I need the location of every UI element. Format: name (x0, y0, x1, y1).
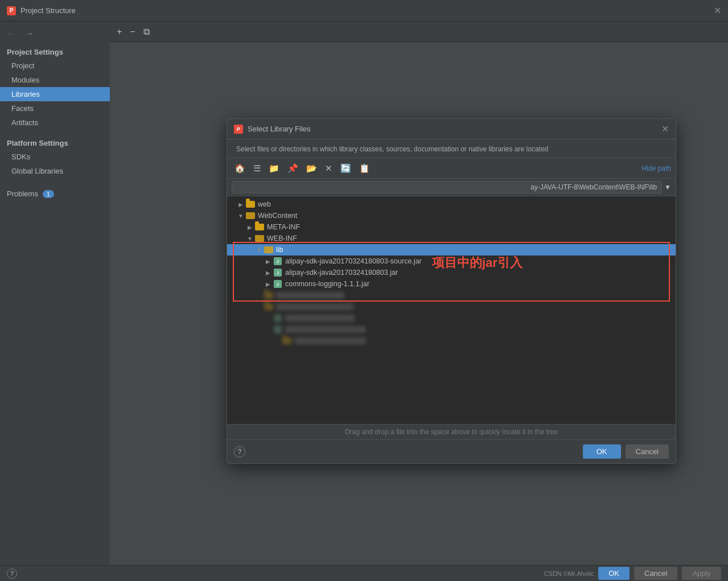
apply-button[interactable]: Apply (682, 567, 721, 580)
tree-item-web[interactable]: ▶ web (227, 199, 676, 210)
problems-badge: 1 (43, 190, 54, 198)
dialog-subtitle: Select files or directories in which lib… (227, 139, 676, 158)
expand-icon-commons[interactable]: ▶ (264, 281, 273, 287)
app-icon: P (7, 6, 16, 15)
sidebar-problems[interactable]: Problems 1 (0, 185, 110, 203)
folder-icon-web-inf (254, 234, 265, 242)
expand-icon-alipay-source[interactable]: ▶ (264, 258, 273, 265)
nav-bar: ← → (0, 24, 110, 43)
path-input[interactable] (232, 181, 662, 193)
file-tree: ▶ web ▼ WebContent (227, 196, 676, 424)
expand-icon-web[interactable]: ▶ (236, 201, 245, 208)
tree-item-lib[interactable]: ▼ lib (227, 244, 676, 256)
sidebar-item-project[interactable]: Project (0, 59, 110, 73)
dialog-footer: ? OK Cancel (227, 439, 676, 463)
expand-icon-meta-inf[interactable]: ▶ (245, 224, 254, 230)
main-content: + − ⧉ P Select Library Files ✕ Select fi… (110, 22, 728, 581)
copy-button[interactable]: ⧉ (141, 26, 152, 38)
tree-item-web-inf[interactable]: ▼ WEB-INF (227, 233, 676, 244)
dialog-icon: P (234, 125, 243, 134)
window-title: Project Structure (20, 6, 714, 15)
blurred-content: blurred folder name here another blurred… (227, 290, 676, 347)
tree-item-webcontent[interactable]: ▼ WebContent (227, 210, 676, 221)
folder-icon-webcontent (245, 212, 256, 220)
sidebar-item-modules[interactable]: Modules (0, 73, 110, 87)
add-button[interactable]: + (114, 26, 124, 38)
jar-icon-alipay-source: J (273, 257, 283, 265)
dialog-close-button[interactable]: ✕ (661, 123, 669, 134)
expand-icon-webcontent[interactable]: ▼ (236, 213, 245, 219)
tree-item-alipay-main[interactable]: ▶ J alipay-sdk-java20170324180803.jar (227, 267, 676, 278)
status-bar-left: ? (7, 568, 17, 579)
ok-button[interactable]: OK (598, 567, 630, 580)
openfolder-icon[interactable]: 📂 (303, 162, 320, 175)
pin-icon[interactable]: 📌 (285, 162, 301, 175)
jar-icon-commons: J (273, 280, 283, 288)
csdn-attribution: CSDN ©Mr.Aholic (544, 570, 594, 577)
back-arrow[interactable]: ← (5, 27, 18, 40)
window-close-button[interactable]: ✕ (714, 6, 721, 15)
sidebar-item-libraries[interactable]: Libraries (0, 87, 110, 101)
select-library-dialog: P Select Library Files ✕ Select files or… (227, 118, 676, 464)
home-icon[interactable]: 🏠 (232, 162, 248, 175)
dialog-help-button[interactable]: ? (234, 446, 245, 458)
folder-icon-meta-inf (254, 223, 265, 231)
dialog-title-bar: P Select Library Files ✕ (227, 119, 676, 139)
main-window: P Project Structure ✕ ← → Project Settin… (0, 0, 728, 581)
sidebar: ← → Project Settings Project Modules Lib… (0, 22, 110, 581)
path-bar: ▼ (227, 179, 676, 196)
dialog-toolbar: 🏠 ☰ 📁 📌 📂 ✕ 🔄 📋 Hide path (227, 158, 676, 179)
sidebar-item-global-libraries[interactable]: Global Libraries (0, 164, 110, 178)
body-area: ← → Project Settings Project Modules Lib… (0, 22, 728, 581)
remove-button[interactable]: − (127, 26, 137, 38)
folder-icon-web (245, 200, 256, 208)
dialog-ok-button[interactable]: OK (583, 444, 621, 459)
newfolder-icon[interactable]: 📁 (266, 162, 282, 175)
list-icon[interactable]: ☰ (250, 162, 264, 175)
forward-arrow[interactable]: → (23, 27, 36, 40)
expand-icon-web-inf[interactable]: ▼ (245, 236, 254, 242)
expand-icon-lib[interactable]: ▼ (254, 247, 264, 253)
hide-path-button[interactable]: Hide path (642, 164, 671, 172)
tree-item-alipay-source[interactable]: ▶ J alipay-sdk-java20170324180803-source… (227, 256, 676, 267)
refresh-icon[interactable]: 🔄 (338, 162, 354, 175)
tree-item-commons-logging[interactable]: ▶ J commons-logging-1.1.1.jar (227, 278, 676, 290)
sidebar-item-facets[interactable]: Facets (0, 101, 110, 116)
link-icon[interactable]: 📋 (356, 162, 373, 175)
sidebar-item-artifacts[interactable]: Artifacts (0, 116, 110, 130)
help-button[interactable]: ? (7, 568, 17, 579)
expand-icon-alipay-main[interactable]: ▶ (264, 270, 273, 276)
title-bar: P Project Structure ✕ (0, 0, 728, 22)
dialog-title: Select Library Files (248, 125, 661, 133)
project-settings-section: Project Settings (0, 43, 110, 59)
cancel-button[interactable]: Cancel (634, 567, 677, 580)
platform-settings-section: Platform Settings (0, 134, 110, 150)
sidebar-divider (0, 130, 110, 134)
folder-icon-lib (264, 246, 274, 254)
sidebar-item-sdks[interactable]: SDKs (0, 150, 110, 164)
jar-icon-alipay-main: J (273, 269, 283, 277)
main-toolbar: + − ⧉ (110, 22, 728, 42)
path-dropdown-arrow[interactable]: ▼ (664, 183, 671, 191)
status-bar-right: CSDN ©Mr.Aholic OK Cancel Apply (17, 567, 721, 580)
delete-icon[interactable]: ✕ (322, 162, 335, 175)
drag-hint: Drag and drop a file into the space abov… (227, 424, 676, 439)
tree-item-meta-inf[interactable]: ▶ META-INF (227, 221, 676, 233)
dialog-footer-buttons: OK Cancel (583, 444, 669, 459)
status-bar: ? CSDN ©Mr.Aholic OK Cancel Apply (0, 565, 728, 581)
dialog-cancel-button[interactable]: Cancel (626, 444, 669, 459)
